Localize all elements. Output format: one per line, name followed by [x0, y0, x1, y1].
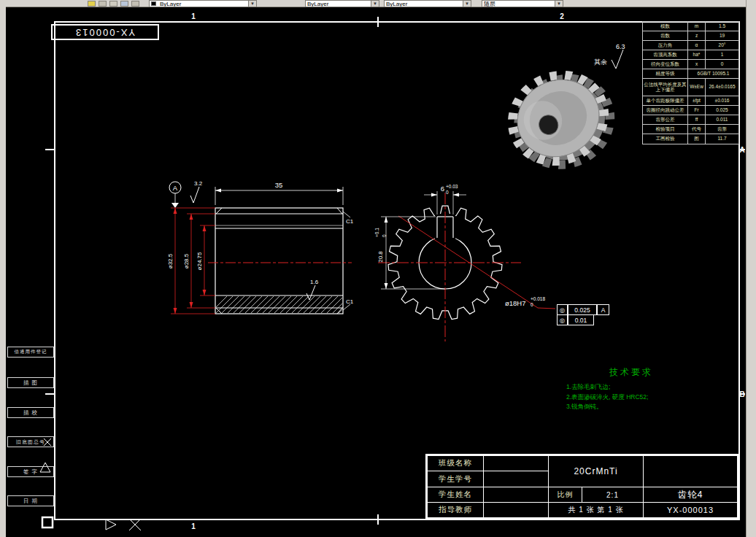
feature-control-frame-2: ◎ 0.01 — [557, 314, 594, 325]
table-row: 检验项目代号齿形 — [643, 125, 738, 134]
param-value: ±0.016 — [706, 96, 738, 105]
dim-keyway-width: 6 — [441, 185, 444, 193]
table-row: 精度等级6GB/T 10095.1 — [643, 69, 738, 79]
dim-keyway-width-tol-lower: 0 — [446, 190, 449, 195]
stamp-text: YX-000013 — [74, 27, 135, 38]
table-row: 压力角α20° — [643, 41, 738, 50]
layers-dialog-icon[interactable] — [99, 1, 107, 7]
concentricity-symbol-icon: ◎ — [557, 304, 568, 315]
margin-box-trace: 描 图 — [7, 377, 54, 388]
zone-number-bottom-left: 1 — [191, 522, 196, 530]
margin-box-borrow-record: 借通用件登记 — [7, 347, 54, 358]
lineweight-dropdown-arrow-icon[interactable]: ▼ — [463, 1, 471, 7]
drawing-canvas[interactable]: 1 2 1 A B 其余 6.3 — [6, 7, 746, 537]
roughness-note-value: 6.3 — [616, 43, 625, 50]
table-row: 模数m1.5 — [643, 22, 738, 31]
color-dropdown-arrow-icon[interactable]: ▼ — [248, 1, 256, 7]
param-label: 精度等级 — [643, 69, 688, 78]
param-label: 压力角 — [643, 41, 688, 50]
zone-number-top-left: 1 — [191, 12, 196, 20]
title-block-label: 指导教师 — [427, 502, 484, 518]
color-control[interactable]: ByLayer ▼ — [149, 0, 257, 7]
dim-width: 35 — [275, 181, 283, 189]
table-row: 齿顶高系数ha*1 — [643, 50, 738, 60]
param-symbol: ha* — [688, 50, 706, 59]
make-layer-current-icon[interactable] — [109, 1, 117, 7]
roughness-symbol-bore — [306, 285, 315, 300]
title-block-blank-cell — [483, 502, 549, 518]
param-value: 1 — [706, 50, 738, 59]
roughness-general-note: 其余 6.3 — [594, 43, 625, 69]
title-block: 班级名称 学生学号 学生姓名 指导教师 20CrMnTi 比例 2:1 齿轮4 … — [425, 454, 739, 519]
roughness-face-value: 3.2 — [194, 180, 203, 187]
dim-outer-diameter: ø32.5 — [167, 253, 174, 268]
chamfer-label-top: C1 — [346, 218, 354, 225]
param-symbol: W±Ew — [688, 79, 706, 96]
table-row: 齿圈径向跳动公差Fr0.025 — [643, 106, 738, 115]
datum-triangle-icon — [171, 203, 179, 208]
table-row: 工画检验图11.7 — [643, 134, 738, 144]
drawing-frame — [45, 17, 745, 525]
roughness-bore-value: 1.6 — [310, 279, 319, 285]
lineweight-control[interactable]: ByLayer ▼ — [384, 0, 471, 7]
param-value: 26.4±0.0165 — [706, 79, 738, 96]
param-label: 齿形公差 — [643, 115, 688, 124]
zone-letter-a: A — [739, 146, 744, 154]
front-view: 6 +0.03 0 20.8 +0.1 0 ø18H7 +0.018 0 — [374, 184, 555, 341]
fcf1-datum: A — [597, 304, 609, 315]
plotstyle-control-value: 随层 — [482, 0, 495, 7]
param-value: 0.011 — [706, 115, 738, 124]
window-right-edge — [746, 0, 756, 537]
scale-value: 2:1 — [582, 487, 644, 503]
margin-box-signature: 签 字 — [7, 466, 54, 477]
param-label: 齿数 — [643, 31, 688, 40]
properties-icon[interactable] — [131, 1, 139, 7]
title-block-blank-cell — [483, 487, 549, 503]
fcf2-tolerance: 0.01 — [568, 314, 594, 325]
param-symbol: z — [688, 31, 706, 40]
color-swatch-icon — [151, 1, 156, 6]
dim-bore: ø18H7 — [505, 299, 526, 307]
table-row: 公法线平均长度及其上下偏差W±Ew26.4±0.0165 — [643, 79, 738, 96]
title-block-label: 班级名称 — [427, 455, 484, 471]
layer-icon[interactable] — [88, 1, 96, 7]
dim-bore-tol-upper: +0.018 — [531, 296, 545, 301]
feature-control-frame-1: ◎ 0.025 A — [557, 304, 609, 315]
dim-bore-tol-lower: 0 — [531, 302, 533, 307]
plotstyle-dropdown-arrow-icon[interactable]: ▼ — [555, 1, 563, 7]
layer-previous-icon[interactable] — [120, 1, 128, 7]
dim-keyway-depth-tol-lower: 0 — [382, 234, 387, 237]
param-value: 齿形 — [706, 125, 738, 134]
param-symbol: Fr — [688, 106, 706, 115]
tech-req-line: 3.锐角倒钝。 — [566, 402, 696, 412]
table-row: 径向变位系数x0 — [643, 60, 738, 69]
dim-root-diameter: ø24.75 — [196, 252, 203, 270]
param-label: 检验项目 — [643, 125, 688, 134]
title-block-label: 学生姓名 — [427, 487, 484, 503]
margin-box-old-drawing-no: 旧底图总号 — [7, 436, 54, 447]
param-label: 工画检验 — [643, 134, 688, 144]
param-symbol: ±fpt — [688, 96, 706, 105]
linetype-control-value: ByLayer — [306, 1, 328, 7]
param-value: 11.7 — [706, 134, 738, 144]
side-view: 35 3.2 A C1 C1 1.6 — [167, 180, 374, 314]
param-value: 0.025 — [706, 106, 738, 115]
gear-3d-render — [497, 58, 625, 182]
param-value: 20° — [706, 41, 738, 50]
part-name: 齿轮4 — [643, 487, 738, 503]
roughness-note-label: 其余 — [594, 58, 607, 66]
param-label: 公法线平均长度及其上下偏差 — [643, 79, 688, 96]
roughness-symbol-face — [190, 187, 199, 203]
zone-letter-b: B — [739, 390, 744, 398]
margin-box-trace-check: 描 校 — [7, 407, 54, 418]
chamfer-label-bottom: C1 — [346, 298, 354, 305]
param-value: 19 — [706, 31, 738, 40]
scale-label: 比例 — [548, 487, 582, 503]
linetype-dropdown-arrow-icon[interactable]: ▼ — [371, 1, 379, 7]
table-row: 齿数z19 — [643, 31, 738, 41]
plotstyle-control[interactable]: 随层 ▼ — [482, 0, 563, 7]
dim-keyway-depth: 20.8 — [377, 251, 384, 263]
title-block-blank-cell — [483, 471, 549, 487]
linetype-control[interactable]: ByLayer ▼ — [305, 0, 379, 7]
tech-req-title: 技术要求 — [566, 366, 696, 379]
